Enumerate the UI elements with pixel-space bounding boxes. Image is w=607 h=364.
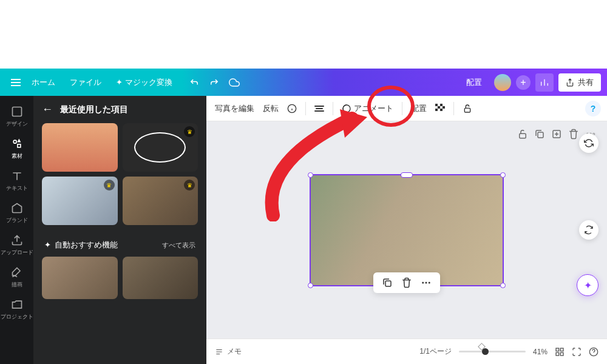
resize-handle-bl[interactable] xyxy=(308,283,313,288)
floating-toolbar xyxy=(373,272,440,293)
svg-rect-24 xyxy=(556,352,559,356)
animate-button[interactable]: アニメート xyxy=(342,103,393,114)
resize-handle-tr[interactable] xyxy=(500,172,506,178)
grid-view-icon[interactable] xyxy=(555,347,565,357)
help-icon[interactable]: ? xyxy=(585,101,601,116)
crown-icon: ♛ xyxy=(184,180,195,190)
rail-upload[interactable]: アップロード xyxy=(0,229,33,261)
rail-text[interactable]: テキスト xyxy=(0,165,33,197)
home-button[interactable]: ホーム xyxy=(24,77,63,88)
lock-icon[interactable] xyxy=(463,104,472,113)
svg-point-21 xyxy=(429,282,430,284)
svg-rect-10 xyxy=(440,109,443,111)
resize-handle-br[interactable] xyxy=(500,283,506,288)
unlock-page-icon[interactable] xyxy=(517,129,528,140)
svg-rect-8 xyxy=(443,106,445,109)
sparkle-icon: ✦ xyxy=(116,78,123,87)
svg-rect-5 xyxy=(435,104,438,106)
transparency-icon[interactable] xyxy=(435,104,445,113)
delete-page-icon[interactable] xyxy=(568,129,579,140)
svg-point-20 xyxy=(426,282,427,284)
undo-icon[interactable] xyxy=(189,77,200,88)
back-arrow-icon[interactable]: ← xyxy=(42,103,53,116)
recent-thumb-1[interactable] xyxy=(42,123,118,172)
rec-thumb-1[interactable] xyxy=(42,257,118,299)
rail-draw[interactable]: 描画 xyxy=(0,261,33,294)
analytics-icon[interactable] xyxy=(535,73,554,92)
sparkle-icon: ✦ xyxy=(44,240,51,249)
magic-convert-button[interactable]: ✦マジック変換 xyxy=(109,77,180,88)
add-member-button[interactable]: + xyxy=(516,75,531,90)
position-button[interactable]: 配置 xyxy=(411,103,427,114)
svg-rect-25 xyxy=(560,352,563,356)
cloud-sync-icon[interactable] xyxy=(229,77,240,88)
auto-rec-label: 自動おすすめ機能 xyxy=(55,240,118,249)
bottom-bar: メモ 1/1ページ 41% xyxy=(206,339,607,364)
svg-point-1 xyxy=(13,140,16,143)
selected-image[interactable] xyxy=(310,174,504,286)
left-rail: デザイン 素材 テキスト ブランド アップロード 描画 プロジェクト xyxy=(0,96,33,364)
rail-elements[interactable]: 素材 xyxy=(0,133,33,165)
resize-handle-tl[interactable] xyxy=(308,172,313,178)
file-button[interactable]: ファイル xyxy=(63,77,109,88)
refresh-button[interactable] xyxy=(579,133,599,153)
hamburger-icon[interactable] xyxy=(6,74,24,91)
share-button[interactable]: 共有 xyxy=(558,73,601,92)
crown-icon: ♛ xyxy=(184,126,195,137)
resize-handle-mt[interactable] xyxy=(401,172,413,178)
rec-thumb-2[interactable] xyxy=(123,257,198,299)
ellipse-shape-icon xyxy=(134,132,186,163)
edit-photo-button[interactable]: 写真を編集 xyxy=(215,103,254,114)
duplicate-icon[interactable] xyxy=(382,277,393,288)
rail-design[interactable]: デザイン xyxy=(0,101,33,133)
arrange-top-button[interactable]: 配置 xyxy=(459,77,489,88)
redo-icon[interactable] xyxy=(209,77,220,88)
flip-button[interactable]: 反転 xyxy=(263,103,279,114)
svg-rect-12 xyxy=(520,133,526,138)
more-icon[interactable] xyxy=(421,277,432,288)
rotate-button[interactable] xyxy=(579,220,599,240)
zoom-slider[interactable] xyxy=(459,351,526,352)
rail-brand[interactable]: ブランド xyxy=(0,197,33,229)
svg-rect-23 xyxy=(560,348,563,351)
assets-sidebar: ← 最近使用した項目 ♛ ♛ ♛ ✦自動おすすめ機能 すべて表示 ‹ xyxy=(33,96,206,364)
user-avatar[interactable] xyxy=(494,74,511,91)
page-indicator: 1/1ページ xyxy=(419,346,452,357)
sidebar-title: 最近使用した項目 xyxy=(60,104,128,115)
svg-rect-11 xyxy=(464,108,470,112)
svg-rect-2 xyxy=(17,144,20,147)
recent-thumb-3[interactable]: ♛ xyxy=(123,177,198,225)
svg-rect-6 xyxy=(440,104,443,106)
alignment-icon[interactable] xyxy=(314,106,324,112)
notes-button[interactable]: メモ xyxy=(215,346,242,357)
svg-rect-7 xyxy=(438,106,440,109)
svg-rect-0 xyxy=(12,107,21,116)
canvas-area: 写真を編集 反転 アニメート 配置 ? xyxy=(206,96,607,364)
svg-rect-9 xyxy=(435,109,438,111)
ai-assist-button[interactable]: ✦ xyxy=(577,274,599,296)
svg-rect-18 xyxy=(385,281,391,286)
help-footer-icon[interactable] xyxy=(589,347,599,357)
duplicate-page-icon[interactable] xyxy=(534,129,545,140)
top-menu-bar: ホーム ファイル ✦マジック変換 配置 + 共有 xyxy=(0,69,607,96)
recent-thumb-ellipse[interactable]: ♛ xyxy=(123,123,198,172)
trash-icon[interactable] xyxy=(401,277,412,288)
svg-point-19 xyxy=(422,282,424,284)
canvas-toolbar: 写真を編集 反転 アニメート 配置 ? xyxy=(206,96,607,121)
svg-rect-13 xyxy=(538,132,543,138)
crown-icon: ♛ xyxy=(104,180,115,190)
show-all-link[interactable]: すべて表示 xyxy=(162,241,195,250)
add-page-icon[interactable] xyxy=(551,129,562,140)
info-icon[interactable] xyxy=(287,104,297,113)
zoom-value: 41% xyxy=(533,348,548,356)
fullscreen-icon[interactable] xyxy=(572,347,582,357)
recent-thumb-2[interactable]: ♛ xyxy=(42,177,118,225)
rail-projects[interactable]: プロジェクト xyxy=(0,294,33,326)
svg-rect-22 xyxy=(556,348,559,351)
